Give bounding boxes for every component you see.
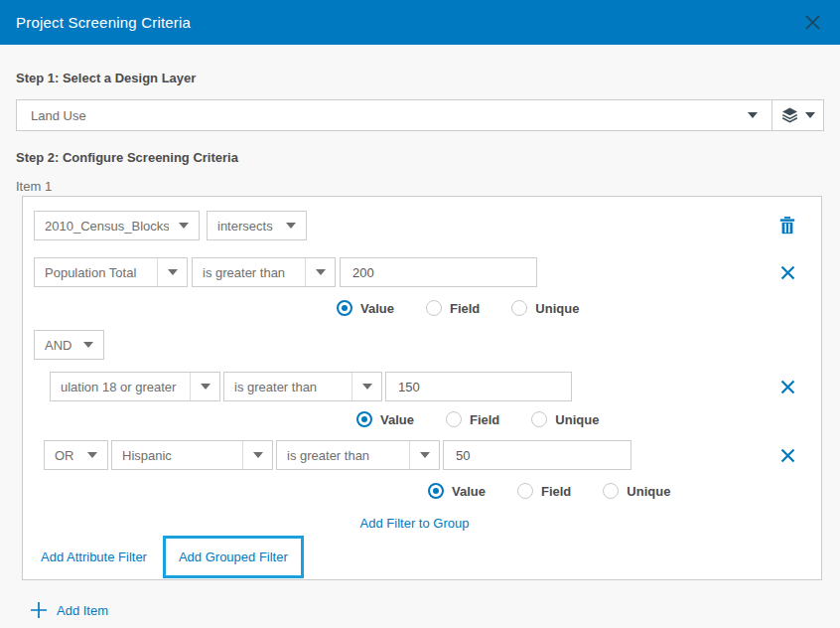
add-item-button[interactable]: Add Item <box>30 601 108 619</box>
group-logic-row: AND <box>34 330 795 360</box>
close-icon <box>780 380 795 394</box>
close-icon <box>804 14 821 31</box>
radio-icon <box>446 411 462 427</box>
filter3-mode-radios: Value Field Unique <box>428 483 795 499</box>
add-grouped-filter-focus-outline: Add Grouped Filter <box>163 536 304 578</box>
filter3-logic-value: OR <box>45 448 77 463</box>
chevron-down-icon <box>316 269 326 275</box>
radio-icon <box>511 300 527 316</box>
remove-filter2-button[interactable] <box>780 380 795 394</box>
chevron-down-icon <box>253 452 263 458</box>
criteria-layer-value: 2010_Census_Blocks <box>35 219 169 234</box>
chevron-down-icon <box>168 269 178 275</box>
filter1-operator-value: is greater than <box>193 265 305 280</box>
grouped-filter-row-1: ulation 18 or greater is greater than <box>50 372 795 401</box>
filter2-field-select[interactable]: ulation 18 or greater <box>50 372 220 401</box>
design-layer-select[interactable]: Land Use <box>17 100 771 130</box>
group-logic-select[interactable]: AND <box>34 330 104 360</box>
spatial-filter-row: 2010_Census_Blocks intersects <box>34 211 795 240</box>
filter3-field-select[interactable]: Hispanic <box>111 440 273 470</box>
delete-item-button[interactable] <box>779 217 795 235</box>
design-layer-value: Land Use <box>31 108 86 123</box>
filter2-operator-value: is greater than <box>224 380 351 394</box>
chevron-down-icon <box>87 452 97 458</box>
chevron-down-icon <box>805 112 815 118</box>
filter3-field-value: Hispanic <box>112 448 242 463</box>
filter2-radio-field[interactable]: Field <box>446 411 499 427</box>
filter3-operator-select[interactable]: is greater than <box>276 440 440 470</box>
design-layer-select-bar: Land Use <box>16 99 824 131</box>
chevron-down-icon <box>748 112 758 118</box>
filter-actions-row: Add Attribute Filter Add Grouped Filter <box>41 536 795 578</box>
criteria-layer-select[interactable]: 2010_Census_Blocks <box>34 211 200 240</box>
filter2-radio-unique[interactable]: Unique <box>531 411 599 427</box>
filter2-radio-value[interactable]: Value <box>356 411 414 427</box>
dialog-header: Project Screening Criteria <box>0 0 840 45</box>
radio-icon <box>517 483 533 499</box>
filter1-value-input[interactable] <box>340 257 537 287</box>
remove-filter3-button[interactable] <box>780 448 795 463</box>
remove-filter1-button[interactable] <box>780 265 795 280</box>
dialog-title: Project Screening Criteria <box>16 14 191 31</box>
filter1-radio-unique[interactable]: Unique <box>511 300 579 316</box>
layer-options-button[interactable] <box>771 100 823 130</box>
filter1-radio-field[interactable]: Field <box>426 300 480 316</box>
filter2-operator-select[interactable]: is greater than <box>223 372 382 401</box>
item-panel: 2010_Census_Blocks intersects <box>22 196 822 580</box>
close-button[interactable] <box>800 11 824 35</box>
filter3-value-input[interactable] <box>443 440 631 470</box>
filter1-radio-value[interactable]: Value <box>337 300 394 316</box>
layers-icon <box>781 107 798 123</box>
filter1-field-value: Population Total <box>35 265 157 280</box>
dialog-body: Step 1: Select a Design Layer Land Use S… <box>0 71 840 619</box>
filter1-field-select[interactable]: Population Total <box>34 257 188 287</box>
filter2-value-input[interactable] <box>385 372 572 401</box>
grouped-filter-row-2: OR Hispanic is greater than <box>44 440 795 470</box>
add-filter-to-group-row: Add Filter to Group <box>34 514 795 532</box>
spatial-operator-select[interactable]: intersects <box>207 211 307 240</box>
radio-icon <box>531 411 547 427</box>
add-grouped-filter-link[interactable]: Add Grouped Filter <box>179 550 288 564</box>
plus-icon <box>30 601 48 619</box>
chevron-down-icon <box>179 223 189 229</box>
chevron-down-icon <box>362 384 372 390</box>
filter3-operator-value: is greater than <box>277 448 409 463</box>
add-item-label: Add Item <box>57 603 108 618</box>
close-icon <box>780 448 795 463</box>
chevron-down-icon <box>201 384 210 390</box>
add-filter-to-group-link[interactable]: Add Filter to Group <box>360 516 470 531</box>
radio-selected-icon <box>356 411 372 427</box>
group-logic-value: AND <box>35 338 73 353</box>
filter3-logic-select[interactable]: OR <box>44 440 108 470</box>
filter3-radio-value[interactable]: Value <box>428 483 486 499</box>
filter2-mode-radios: Value Field Unique <box>356 411 795 427</box>
radio-selected-icon <box>337 300 352 316</box>
trash-icon <box>779 217 795 235</box>
chevron-down-icon <box>83 342 93 348</box>
close-icon <box>780 265 795 280</box>
radio-icon <box>603 483 619 499</box>
item-label: Item 1 <box>16 179 824 194</box>
step1-label: Step 1: Select a Design Layer <box>16 71 824 85</box>
filter1-mode-radios: Value Field Unique <box>337 300 795 316</box>
filter1-operator-select[interactable]: is greater than <box>192 257 336 287</box>
filter3-radio-unique[interactable]: Unique <box>603 483 670 499</box>
radio-icon <box>426 300 442 316</box>
radio-selected-icon <box>428 483 444 499</box>
chevron-down-icon <box>420 452 430 458</box>
spatial-operator-value: intersects <box>208 219 276 234</box>
filter2-field-value: ulation 18 or greater <box>51 380 190 394</box>
chevron-down-icon <box>286 223 296 229</box>
filter3-radio-field[interactable]: Field <box>517 483 571 499</box>
add-attribute-filter-link[interactable]: Add Attribute Filter <box>41 550 147 564</box>
step2-label: Step 2: Configure Screening Criteria <box>16 150 824 165</box>
attribute-filter-row-1: Population Total is greater than <box>34 257 795 287</box>
